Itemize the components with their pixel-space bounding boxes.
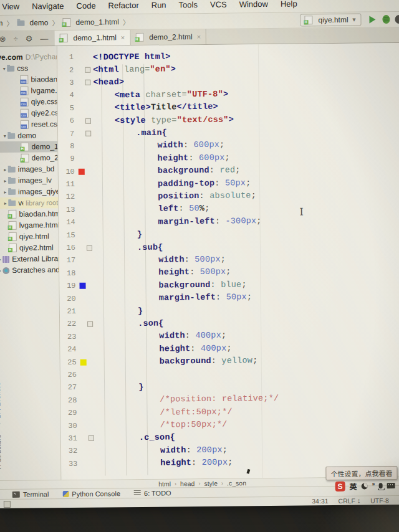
fold-marker-cell[interactable]: [87, 245, 95, 250]
tree-item-demo[interactable]: ▾demo: [0, 130, 57, 141]
token-sel: }: [137, 230, 142, 239]
color-swatch-cell[interactable]: [77, 283, 87, 289]
color-swatch-cell[interactable]: [79, 359, 88, 365]
menu-item-code[interactable]: Code: [70, 0, 101, 12]
tree-expand-arrow[interactable]: ▸: [2, 189, 8, 194]
tree-item-images-lv[interactable]: ▸images_lv: [0, 174, 58, 186]
tree-item-label: demo: [17, 131, 36, 140]
editor-breadcrumb-html[interactable]: html: [158, 480, 171, 487]
settings-target-icon[interactable]: ⊗: [0, 34, 6, 44]
fold-marker-cell[interactable]: [85, 67, 93, 73]
fold-marker-icon[interactable]: [87, 245, 92, 250]
menu-item-view[interactable]: View: [0, 0, 25, 13]
tree-item-biaodan-css[interactable]: biaodan.css: [0, 74, 57, 85]
tree-item-demo-1-html[interactable]: demo_1.html: [0, 141, 57, 153]
language-mode-badge[interactable]: 英: [349, 481, 357, 492]
punctuation-icon[interactable]: ’’: [372, 482, 374, 490]
run-button[interactable]: [369, 16, 375, 23]
tree-expand-arrow[interactable]: ▸: [2, 178, 8, 183]
editor-breadcrumb-head[interactable]: head: [180, 480, 195, 487]
token-plain: ;: [226, 267, 231, 277]
fold-marker-icon[interactable]: [85, 118, 91, 123]
tab-demo-1-html[interactable]: demo_1.html×: [54, 30, 130, 45]
tool-window-python-console[interactable]: Python Console: [62, 490, 120, 498]
tree-item-reset-css[interactable]: reset.css: [0, 118, 57, 130]
moon-icon[interactable]: [361, 483, 367, 489]
tree-item-images-bd[interactable]: ▸images_bd: [0, 163, 58, 175]
tree-item-css[interactable]: ▾css: [0, 62, 57, 74]
line-separator[interactable]: CRLF ↕: [338, 497, 360, 505]
tree-item-venv[interactable]: ▸venvlibrary root: [0, 197, 58, 209]
tree-item-images-qiye[interactable]: ▸images_qiye: [0, 186, 58, 197]
tree-item-lvgame-css[interactable]: lvgame.css: [0, 85, 57, 97]
menu-item-window[interactable]: Window: [234, 0, 274, 11]
project-root-row[interactable]: iye.com D:\Pycharm: [0, 51, 57, 63]
file-encoding[interactable]: UTF-8: [370, 496, 389, 504]
token-num: 400px: [201, 343, 227, 353]
menu-item-navigate[interactable]: Navigate: [26, 0, 70, 13]
editor-breadcrumb-style[interactable]: style: [204, 479, 218, 487]
color-preview-swatch[interactable]: [78, 168, 84, 174]
fold-marker-cell[interactable]: [85, 118, 94, 123]
tree-expand-arrow[interactable]: ▾: [2, 133, 7, 138]
fold-marker-icon[interactable]: [85, 80, 90, 85]
breadcrumb-item-demo-1-html[interactable]: demo_1.html: [61, 17, 120, 27]
tree-item-qiye2-css[interactable]: qiye2.css: [0, 107, 57, 119]
menu-item-refactor[interactable]: Refactor: [102, 0, 144, 12]
tab-close-icon[interactable]: ×: [197, 32, 201, 40]
tree-item-lvgame-html[interactable]: lvgame.html: [0, 219, 59, 231]
line-number: 2: [57, 65, 75, 74]
sogou-tooltip[interactable]: 个性设置，点我看看: [325, 466, 397, 480]
menu-item-run[interactable]: Run: [146, 0, 172, 12]
fold-marker-icon[interactable]: [85, 67, 90, 73]
breadcrumb-item-demo[interactable]: demo: [16, 17, 49, 28]
tree-item-scratches-and-consol[interactable]: ▸Scratches and Consol: [0, 264, 59, 276]
keyboard-icon[interactable]: [387, 483, 395, 488]
tool-window-structure[interactable]: 7: Structure: [0, 434, 2, 470]
fold-marker-icon[interactable]: [87, 321, 93, 327]
editor-breadcrumb-c-son[interactable]: .c_son: [227, 479, 246, 487]
menu-item-vcs[interactable]: VCS: [204, 0, 233, 11]
debug-button[interactable]: [382, 15, 390, 24]
gear-icon[interactable]: ⚙: [26, 34, 33, 44]
color-preview-swatch[interactable]: [79, 283, 85, 289]
fold-marker-cell[interactable]: [87, 321, 95, 327]
tool-window-6-todo[interactable]: 6: TODO: [134, 489, 171, 497]
fold-marker-icon[interactable]: [85, 131, 91, 136]
run-configuration-select[interactable]: qiye.html ▼: [300, 14, 361, 27]
divider-icon[interactable]: ÷: [14, 34, 18, 44]
coverage-button-partial[interactable]: [395, 15, 399, 24]
tree-item-label: lvgame.html: [19, 221, 59, 230]
tree-expand-arrow[interactable]: ▸: [2, 200, 8, 206]
tree-item-external-libraries[interactable]: ▸External Libraries: [0, 253, 59, 265]
microphone-icon[interactable]: [379, 483, 383, 488]
tool-window-switcher-icon[interactable]: [4, 500, 11, 507]
folder-icon: [8, 201, 16, 206]
tree-item-qiye-css[interactable]: qiye.css: [0, 96, 57, 108]
tree-item-biaodan-html[interactable]: biaodan.html: [0, 208, 59, 220]
tool-window-terminal[interactable]: Terminal: [12, 490, 49, 498]
color-swatch-cell[interactable]: [77, 168, 86, 174]
caret-position[interactable]: 34:31: [312, 497, 328, 505]
tree-expand-arrow[interactable]: ▸: [2, 166, 8, 172]
tab-demo-2-html[interactable]: demo_2.html×: [130, 29, 206, 45]
code-editor[interactable]: 1<!DOCTYPE html>2<html lang="en">3<head>…: [57, 43, 399, 480]
fold-marker-icon[interactable]: [89, 435, 94, 441]
breadcrumb-item-m[interactable]: m: [0, 18, 4, 28]
line-number: 32: [61, 447, 79, 455]
menu-item-help[interactable]: Help: [275, 0, 303, 11]
token-plain: ;: [221, 255, 226, 264]
menu-item-tools[interactable]: Tools: [173, 0, 203, 11]
tree-expand-arrow[interactable]: ▾: [1, 65, 7, 71]
tree-item-qiye2-html[interactable]: qiye2.html: [0, 242, 59, 254]
fold-marker-cell[interactable]: [89, 435, 97, 441]
sogou-logo-icon[interactable]: S: [335, 481, 345, 491]
line-number: 30: [61, 421, 79, 430]
tree-item-demo-2-html[interactable]: demo_2.html: [0, 152, 58, 164]
tab-close-icon[interactable]: ×: [121, 34, 125, 41]
color-preview-swatch[interactable]: [80, 359, 86, 365]
fold-marker-cell[interactable]: [85, 80, 93, 85]
fold-marker-cell[interactable]: [85, 131, 94, 136]
tree-item-qiye-html[interactable]: qiye.html: [0, 230, 59, 242]
hide-panel-icon[interactable]: —: [40, 34, 48, 43]
